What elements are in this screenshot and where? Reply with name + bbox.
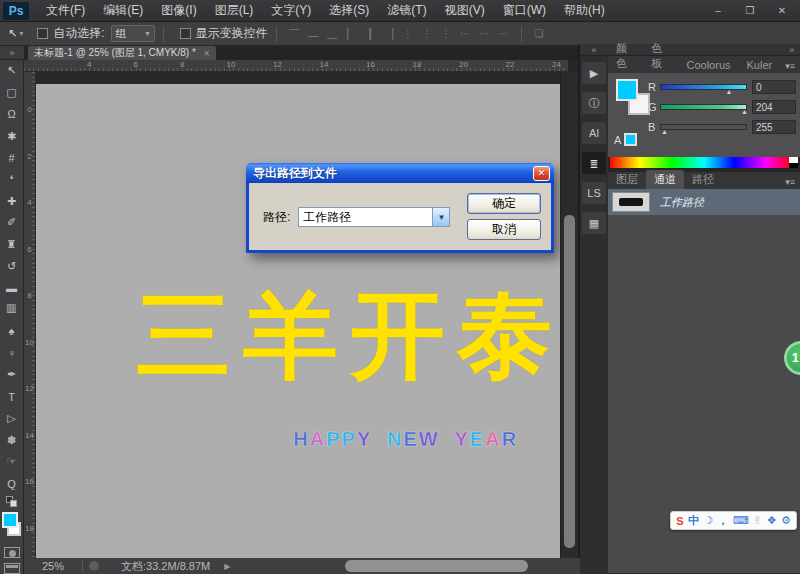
align-left-icon[interactable]: ▏ bbox=[344, 28, 359, 40]
panel-tab[interactable]: 色板 bbox=[643, 39, 678, 73]
move-tool-options-icon[interactable]: ↖ bbox=[8, 27, 17, 40]
panel-menu-icon[interactable]: ▾≡ bbox=[780, 175, 800, 189]
path-dropdown[interactable]: 工作路径 ▼ bbox=[298, 207, 450, 227]
quick-selection-tool[interactable]: ✱ bbox=[1, 125, 23, 147]
brush-tool[interactable]: ✐ bbox=[1, 212, 23, 234]
color-slider-track[interactable]: ▲ bbox=[660, 104, 747, 110]
align-hcenter-icon[interactable]: ┃ bbox=[363, 28, 378, 40]
distribute-left-icon[interactable]: ⋯ bbox=[458, 28, 473, 40]
horizontal-scrollbar-thumb[interactable] bbox=[345, 560, 528, 572]
default-colors-icon[interactable] bbox=[6, 496, 18, 508]
panel-tab[interactable]: 颜色 bbox=[608, 39, 643, 73]
lasso-tool[interactable]: Ω bbox=[1, 103, 23, 125]
alpha-color-swatch[interactable] bbox=[624, 133, 637, 146]
sogou-logo-icon[interactable]: S bbox=[676, 515, 683, 527]
color-slider-track[interactable]: ▲ bbox=[660, 84, 747, 90]
vertical-scrollbar[interactable] bbox=[560, 72, 578, 558]
panel-tab[interactable]: Coolorus bbox=[679, 57, 739, 73]
spectrum-end-swatch[interactable] bbox=[789, 157, 798, 168]
halfwidth-moon-icon[interactable]: ☽ bbox=[703, 514, 713, 527]
tools-collapse-button[interactable]: » bbox=[0, 46, 24, 60]
path-row[interactable]: 工作路径 bbox=[608, 189, 800, 215]
dodge-tool[interactable]: ♀ bbox=[1, 342, 23, 364]
distribute-top-icon[interactable]: ⋮ bbox=[401, 28, 416, 40]
move-tool[interactable]: ↖ bbox=[1, 60, 23, 82]
blur-tool[interactable]: ♠ bbox=[1, 321, 23, 343]
slider-thumb-icon[interactable]: ▲ bbox=[741, 108, 748, 115]
slider-thumb-icon[interactable]: ▲ bbox=[661, 128, 668, 135]
panel-tab[interactable]: 通道 bbox=[646, 170, 684, 189]
align-top-icon[interactable]: ⎺ bbox=[287, 28, 302, 40]
ai-panel-icon[interactable]: Al bbox=[582, 122, 606, 144]
panel-menu-icon[interactable]: ▾≡ bbox=[780, 59, 800, 73]
foreground-color-swatch[interactable] bbox=[616, 79, 638, 101]
document-tab[interactable]: 未标题-1 @ 25% (图层 1, CMYK/8) * × bbox=[28, 46, 216, 60]
ls-panel-icon[interactable]: LS bbox=[582, 182, 606, 204]
path-thumbnail[interactable] bbox=[612, 192, 650, 212]
menu-item[interactable]: 窗口(W) bbox=[494, 2, 555, 19]
restore-button[interactable]: ❐ bbox=[736, 3, 764, 19]
menu-item[interactable]: 帮助(H) bbox=[555, 2, 614, 19]
menu-item[interactable]: 图层(L) bbox=[206, 2, 263, 19]
menu-item[interactable]: 视图(V) bbox=[436, 2, 494, 19]
soft-keyboard-icon[interactable]: ⌨ bbox=[733, 514, 749, 527]
color-spectrum-ramp[interactable] bbox=[610, 157, 798, 168]
chinese-mode-icon[interactable]: 中 bbox=[688, 513, 699, 528]
status-flyout-icon[interactable]: ▶ bbox=[224, 562, 230, 571]
healing-brush-tool[interactable]: ✚ bbox=[1, 190, 23, 212]
dialog-title-bar[interactable]: 导出路径到文件 ✕ bbox=[246, 163, 554, 183]
pen-tool[interactable]: ✒ bbox=[1, 364, 23, 386]
menu-item[interactable]: 滤镜(T) bbox=[378, 2, 435, 19]
clone-stamp-tool[interactable]: ♜ bbox=[1, 234, 23, 256]
history-brush-tool[interactable]: ↺ bbox=[1, 255, 23, 277]
menu-item[interactable]: 文字(Y) bbox=[262, 2, 320, 19]
slider-thumb-icon[interactable]: ▲ bbox=[726, 88, 733, 95]
ok-button[interactable]: 确定 bbox=[467, 193, 541, 214]
menu-item[interactable]: 文件(F) bbox=[37, 2, 94, 19]
distribute-bottom-icon[interactable]: ⋮ bbox=[439, 28, 454, 40]
settings-wrench-icon[interactable]: ⚙ bbox=[781, 514, 791, 527]
tab-close-icon[interactable]: × bbox=[204, 48, 210, 59]
punctuation-icon[interactable]: ， bbox=[717, 513, 728, 528]
menu-item[interactable]: 选择(S) bbox=[320, 2, 378, 19]
channel-value-field[interactable]: 204 bbox=[752, 100, 796, 114]
skin-icon[interactable]: ❖ bbox=[767, 514, 777, 527]
minimize-button[interactable]: – bbox=[704, 3, 732, 19]
auto-select-checkbox[interactable] bbox=[37, 28, 48, 39]
menu-item[interactable]: 图像(I) bbox=[152, 2, 205, 19]
info-panel-icon[interactable]: ⓘ bbox=[582, 92, 606, 114]
custom-shape-tool[interactable]: ✽ bbox=[1, 429, 23, 451]
channel-value-field[interactable]: 0 bbox=[752, 80, 796, 94]
distribute-vcenter-icon[interactable]: ⋮ bbox=[420, 28, 435, 40]
panel-tab[interactable]: 图层 bbox=[608, 170, 646, 189]
dropdown-arrow-icon[interactable]: ▼ bbox=[432, 208, 449, 226]
eraser-tool[interactable]: ▬ bbox=[1, 277, 23, 299]
auto-align-icon[interactable]: ❏ bbox=[532, 28, 547, 39]
crop-tool[interactable]: # bbox=[1, 147, 23, 169]
layers-stack-panel-icon[interactable]: ≣ bbox=[582, 152, 606, 174]
pattern-panel-icon[interactable]: ▦ bbox=[582, 212, 606, 234]
align-vcenter-icon[interactable]: ⎼ bbox=[306, 28, 321, 40]
color-slider-track[interactable]: ▲ bbox=[660, 124, 747, 130]
menu-item[interactable]: 编辑(E) bbox=[94, 2, 152, 19]
hand-tool[interactable]: ☞ bbox=[1, 451, 23, 473]
channel-value-field[interactable]: 255 bbox=[752, 120, 796, 134]
voice-icon[interactable]: ✌ bbox=[753, 514, 762, 527]
screen-mode-button[interactable] bbox=[4, 563, 20, 574]
distribute-right-icon[interactable]: ⋯ bbox=[496, 28, 511, 40]
zoom-tool[interactable]: Q bbox=[1, 473, 23, 495]
quick-mask-button[interactable] bbox=[4, 547, 20, 558]
show-transform-checkbox[interactable] bbox=[180, 28, 191, 39]
tool-preset-caret-icon[interactable]: ▾ bbox=[19, 29, 23, 38]
dialog-close-icon[interactable]: ✕ bbox=[533, 166, 550, 181]
marquee-tool[interactable]: ▢ bbox=[1, 82, 23, 104]
canvas-area[interactable]: 三羊开泰 HAPPY NEW YEAR bbox=[36, 84, 560, 558]
type-tool[interactable]: T bbox=[1, 386, 23, 408]
foreground-color-swatch[interactable] bbox=[2, 512, 18, 528]
dock-collapse-button[interactable]: « bbox=[580, 44, 608, 56]
auto-select-group-dropdown[interactable]: 组 ▾ bbox=[111, 25, 155, 42]
distribute-hcenter-icon[interactable]: ⋯ bbox=[477, 28, 492, 40]
close-button[interactable]: ✕ bbox=[768, 3, 796, 19]
path-selection-tool[interactable]: ▷ bbox=[1, 408, 23, 430]
cancel-button[interactable]: 取消 bbox=[467, 219, 541, 240]
